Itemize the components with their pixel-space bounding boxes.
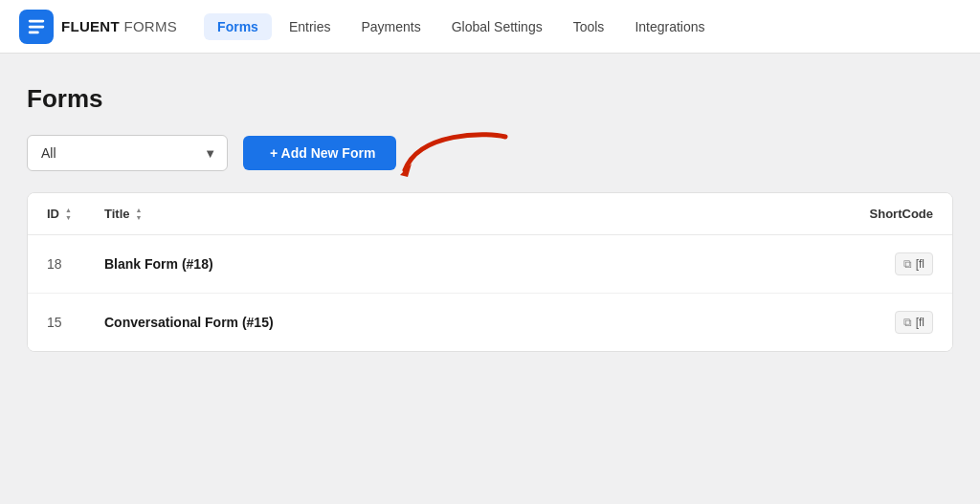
row-id: 15 (47, 315, 104, 330)
row-title[interactable]: Conversational Form (#15) (104, 315, 828, 330)
nav-item-global-settings[interactable]: Global Settings (438, 13, 556, 40)
nav-item-entries[interactable]: Entries (276, 13, 345, 40)
svg-rect-0 (29, 19, 45, 22)
toolbar-row: All ▼ + Add New Form (27, 135, 953, 171)
filter-select[interactable]: All (27, 135, 228, 171)
column-header-title[interactable]: Title (104, 207, 828, 221)
main-content: Forms All ▼ + Add New Form ID (0, 54, 980, 371)
add-new-form-button[interactable]: + Add New Form (243, 136, 396, 170)
logo: FLUENT FORMS (19, 10, 177, 44)
column-header-shortcode: ShortCode (828, 207, 933, 221)
svg-rect-1 (29, 25, 45, 28)
copy-icon: ⧉ (903, 257, 912, 271)
svg-marker-3 (400, 164, 412, 177)
table-row: 15 Conversational Form (#15) ⧉ [fl (28, 294, 952, 351)
forms-table: ID Title ShortCode 18 Blank Form (#18) ⧉… (27, 192, 953, 352)
nav-item-forms[interactable]: Forms (204, 13, 272, 40)
arrow-annotation (400, 127, 515, 185)
shortcode-badge[interactable]: ⧉ [fl (895, 252, 933, 275)
sort-icon-title (136, 207, 143, 221)
shortcode-badge[interactable]: ⧉ [fl (895, 311, 933, 334)
row-id: 18 (47, 256, 104, 272)
svg-rect-2 (29, 31, 39, 33)
logo-icon (19, 10, 54, 44)
page-title: Forms (27, 84, 953, 114)
table-header: ID Title ShortCode (28, 193, 952, 235)
table-row: 18 Blank Form (#18) ⧉ [fl (28, 235, 952, 294)
sort-icon-id (65, 207, 72, 221)
row-shortcode: ⧉ [fl (828, 252, 933, 275)
nav-item-integrations[interactable]: Integrations (621, 13, 718, 40)
row-title[interactable]: Blank Form (#18) (104, 256, 828, 272)
column-header-id[interactable]: ID (47, 207, 104, 221)
top-navigation: FLUENT FORMS Forms Entries Payments Glob… (0, 0, 980, 54)
nav-item-payments[interactable]: Payments (347, 13, 434, 40)
filter-select-wrapper: All ▼ (27, 135, 228, 171)
row-shortcode: ⧉ [fl (828, 311, 933, 334)
logo-text: FLUENT FORMS (61, 18, 177, 34)
nav-item-tools[interactable]: Tools (560, 13, 618, 40)
copy-icon: ⧉ (903, 316, 912, 329)
